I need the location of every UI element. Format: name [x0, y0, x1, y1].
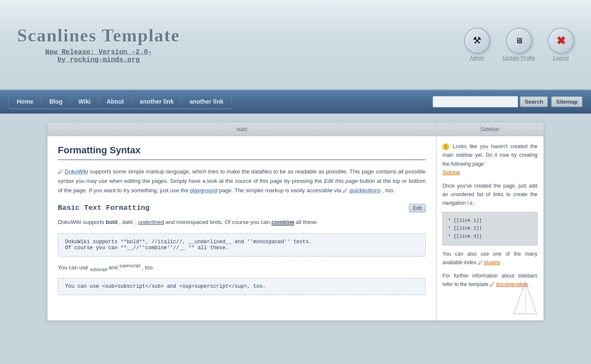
logout-icon: ✖ [548, 28, 574, 54]
and-mono: and monospaced texts. Of course you can [166, 219, 272, 225]
page-heading: Formatting Syntax [58, 145, 426, 160]
nav-another-link-2[interactable]: another link [182, 95, 231, 108]
combine-example: combine [272, 219, 294, 226]
update-profile-icon: 🖥 [506, 28, 532, 54]
sub-and: and [108, 264, 119, 271]
admin-icon: ⚒ [464, 28, 490, 54]
edit-this-page-link[interactable]: Edit this page [324, 178, 358, 184]
intro-text-part4: , too. [382, 187, 395, 194]
sitemap-button[interactable]: Sitemap [551, 96, 582, 107]
sidebar-column: Sidebar ! Looks like you haven't created… [436, 122, 543, 320]
quickbuttons-link[interactable]: quickbuttons [349, 187, 381, 194]
plugins-icon: 🖊 [478, 260, 483, 265]
nav-wiki[interactable]: Wiki [71, 95, 99, 108]
nav-about[interactable]: About [99, 95, 132, 108]
playground-link[interactable]: playground [190, 187, 218, 194]
logout-button[interactable]: ✖ Logout [548, 28, 574, 61]
italic-example: italic [122, 219, 133, 225]
plugins-text: You can also use one of the many availab… [442, 250, 537, 267]
navigation-bar: Home Blog Wiki About another link anothe… [0, 90, 591, 113]
sidebar-code-line-3: * [[link 3]] [448, 233, 532, 241]
sub-pre: You can use [58, 264, 90, 271]
breadcrumb: start [48, 122, 436, 136]
admin-label: Admin [470, 55, 484, 61]
update-profile-button[interactable]: 🖥 Update Profile [503, 28, 535, 61]
nav-links: Home Blog Wiki About another link anothe… [9, 95, 433, 108]
further-icon: 🖊 [490, 282, 495, 287]
nav-blog[interactable]: Blog [42, 95, 71, 108]
underline-example: underlined [138, 219, 164, 225]
triangle-decoration [511, 280, 539, 316]
plugins-post: . [501, 260, 503, 266]
update-profile-label: Update Profile [503, 55, 535, 61]
search-input[interactable] [433, 96, 518, 107]
sub-post: , too. [142, 264, 154, 271]
code-line-2: Of course you can **__//''combine''//__ … [65, 245, 418, 251]
header-icons: ⚒ Admin 🖥 Update Profile ✖ Logout [464, 28, 574, 61]
all-these: all these. [296, 219, 318, 225]
section-heading: Basic Text Formatting [58, 204, 426, 212]
dokuwiki-link[interactable]: DokuWiki [65, 168, 88, 175]
sidebar-page-link[interactable]: Sidebar [442, 170, 460, 176]
code-block-2: You can use <sub>subscript</sub> and <su… [58, 278, 426, 295]
subscript-example: subscript [90, 267, 107, 272]
section-heading-wrapper: Basic Text Formatting Edit [58, 204, 426, 212]
page-wrapper: start Formatting Syntax 🖊 DokuWiki suppo… [39, 122, 552, 321]
superscript-example: superscript [119, 263, 140, 268]
sidebar-code-line-1: * [[link 1]] [448, 217, 532, 225]
sidebar-after-link: Once you've created the page, just add a… [442, 182, 537, 208]
sidebar-content: ! Looks like you haven't created the mai… [436, 136, 543, 320]
code-block-1: DokuWiki supports **bold**, //italic//, … [58, 233, 426, 257]
main-content: Formatting Syntax 🖊 DokuWiki supports so… [48, 136, 436, 310]
subscript-text: You can use subscript and superscript , … [58, 263, 426, 272]
nav-home[interactable]: Home [9, 95, 42, 108]
edit-section-button[interactable]: Edit [409, 204, 426, 212]
sidebar-code-line-2: * [[link 2]] [448, 224, 532, 233]
warning-icon: ! [442, 143, 449, 150]
main-column: start Formatting Syntax 🖊 DokuWiki suppo… [48, 122, 436, 320]
dokuwiki-icon: 🖊 [58, 169, 63, 175]
logout-label: Logout [553, 55, 569, 61]
basic-intro: DokuWiki supports [58, 219, 106, 225]
intro-text-part3: page. The simpler markup is easily acces… [219, 187, 343, 194]
site-tagline: by rocking-minds.org [17, 56, 180, 64]
site-title: Scanlines Template [17, 25, 180, 46]
code-line-1: DokuWiki supports **bold**, //italic//, … [65, 239, 418, 245]
site-header: Scanlines Template New Release: Version … [0, 0, 591, 90]
nav-another-link-1[interactable]: another link [132, 95, 182, 108]
content-layout: start Formatting Syntax 🖊 DokuWiki suppo… [47, 122, 544, 321]
sidebar-warning-body: Looks like you haven't created the main … [442, 143, 537, 167]
quickbuttons-icon: 🖊 [343, 188, 348, 194]
sidebar-heading: Sidebar [436, 122, 543, 136]
sidebar-warning-text: ! Looks like you haven't created the mai… [442, 142, 537, 177]
sidebar-code-block: * [[link 1]] * [[link 2]] * [[link 3]] [442, 212, 537, 245]
intro-text: 🖊 DokuWiki supports some simple markup l… [58, 167, 426, 195]
search-form: Search Sitemap [433, 96, 582, 107]
header-branding: Scanlines Template New Release: Version … [17, 25, 180, 64]
plugins-link[interactable]: plugins [484, 260, 500, 266]
basic-text-desc: DokuWiki supports bold , italic , underl… [58, 217, 426, 227]
search-button[interactable]: Search [520, 96, 548, 107]
site-subtitle: New Release: Version -2.0- [17, 48, 180, 56]
code-line-3: You can use <sub>subscript</sub> and <su… [65, 283, 418, 289]
bold-example: bold [106, 219, 117, 225]
admin-button[interactable]: ⚒ Admin [464, 28, 490, 61]
